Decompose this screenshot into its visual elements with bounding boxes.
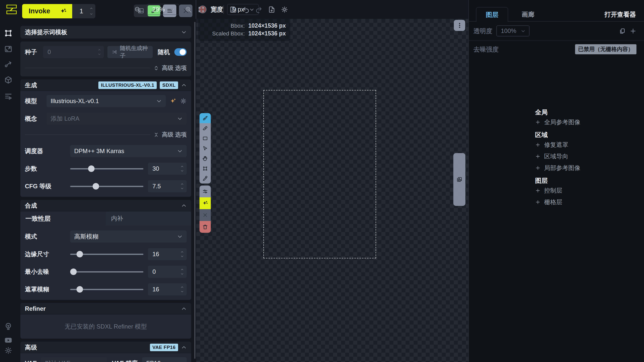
bbox-value: 1024×1536 px bbox=[248, 22, 286, 29]
item-label: 控制层 bbox=[544, 187, 562, 195]
prompt-template-selector[interactable]: 选择提示词模板 bbox=[20, 26, 191, 38]
vae-value: 默认 VAE bbox=[45, 359, 97, 362]
tab-inpaint[interactable]: 内补 bbox=[106, 211, 191, 225]
plus-icon bbox=[535, 199, 541, 205]
nav-workflows-icon[interactable] bbox=[4, 60, 13, 68]
edge-size-input[interactable]: 16 bbox=[148, 248, 187, 260]
rect-tool-button[interactable] bbox=[199, 133, 211, 143]
eraser-tool-button[interactable] bbox=[199, 123, 211, 133]
tab-gallery[interactable]: 画廊 bbox=[517, 7, 539, 22]
nav-upscale-icon[interactable] bbox=[4, 45, 13, 53]
generation-advanced-options[interactable]: 高级 选项 bbox=[25, 131, 187, 139]
vae-precision-select[interactable]: FP16 bbox=[142, 357, 187, 362]
redo-icon[interactable] bbox=[255, 6, 262, 13]
refiner-header[interactable]: Refiner bbox=[20, 303, 191, 314]
mask-blur-input[interactable]: 16 bbox=[148, 283, 187, 295]
colorpicker-tool-button[interactable] bbox=[199, 173, 211, 184]
seed-arrows[interactable] bbox=[97, 46, 101, 58]
pan-tool-button[interactable] bbox=[199, 153, 211, 163]
action-group bbox=[199, 186, 211, 233]
nav-models-icon[interactable] bbox=[4, 76, 13, 84]
settings-gear-icon[interactable] bbox=[4, 346, 12, 354]
add-inpaint-mask[interactable]: 修复遮罩 bbox=[535, 141, 580, 148]
zoom-level-select[interactable]: 29% bbox=[147, 4, 179, 15]
move-tool-button[interactable] bbox=[199, 143, 211, 153]
generation-header[interactable]: 生成 ILLUSTRIOUS-XL-V0.1 SDXL bbox=[20, 79, 191, 91]
scheduler-select[interactable]: DPM++ 3M Karras bbox=[70, 145, 187, 157]
steps-slider[interactable] bbox=[70, 165, 143, 172]
advanced-header[interactable]: 高级 VAE FP16 bbox=[20, 342, 191, 353]
add-regional-guidance[interactable]: 区域导向 bbox=[535, 153, 580, 160]
min-denoise-input[interactable]: 0 bbox=[148, 266, 187, 278]
cfg-slider[interactable] bbox=[70, 183, 143, 190]
compositing-card: 合成 一致性层 内补 模式 高斯模糊 边缘尺寸 bbox=[20, 200, 191, 300]
fit-view-icon[interactable] bbox=[198, 6, 205, 13]
zoom-out-icon[interactable] bbox=[134, 6, 141, 13]
steps-value: 30 bbox=[152, 165, 159, 172]
mode-select[interactable]: 高斯模糊 bbox=[70, 231, 187, 243]
canvas-settings-gear-icon[interactable] bbox=[281, 6, 288, 13]
bbox-icon bbox=[202, 166, 208, 171]
panel-scrollbar[interactable] bbox=[194, 22, 195, 359]
seed-input[interactable]: 0 bbox=[43, 46, 104, 58]
fit-bbox-icon[interactable] bbox=[211, 6, 218, 13]
cfg-arrows[interactable] bbox=[180, 180, 184, 192]
model-sparkle-icon[interactable] bbox=[170, 98, 177, 105]
chevron-down-icon bbox=[180, 169, 184, 172]
seed-advanced-options[interactable]: 高级 选项 bbox=[25, 64, 187, 72]
cancel-region-button[interactable] bbox=[199, 209, 211, 221]
save-icon[interactable] bbox=[230, 6, 237, 13]
undo-icon[interactable] bbox=[243, 6, 250, 13]
sparkles-icon bbox=[202, 200, 208, 206]
open-viewer-button[interactable]: 打开查看器 bbox=[605, 7, 636, 22]
chevron-down-icon bbox=[177, 234, 183, 239]
add-control-layer[interactable]: 控制层 bbox=[535, 187, 580, 194]
model-select[interactable]: Illustrious-XL-v0.1 bbox=[47, 95, 166, 107]
vae-select[interactable]: 默认 VAE bbox=[41, 357, 107, 362]
tab-layers[interactable]: 图层 bbox=[476, 7, 508, 22]
add-global-ref-image[interactable]: 全局参考图像 bbox=[535, 119, 580, 126]
compositing-header[interactable]: 合成 bbox=[20, 200, 191, 211]
shuffle-icon bbox=[112, 49, 117, 55]
duplicate-layer-icon[interactable] bbox=[619, 28, 626, 34]
chevron-up-icon bbox=[180, 183, 184, 186]
denoise-row: 去噪强度 已禁用（无栅格内容） bbox=[469, 41, 644, 58]
chevron-up-icon bbox=[180, 250, 184, 254]
tab-coherence[interactable]: 一致性层 bbox=[20, 211, 106, 225]
invoke-sparkle-button[interactable] bbox=[199, 197, 211, 209]
canvas-context-menu-button[interactable] bbox=[454, 20, 465, 31]
edge-size-slider[interactable] bbox=[70, 251, 143, 257]
iterations-stepper[interactable]: 1 bbox=[72, 4, 95, 18]
model-settings-gear-icon[interactable] bbox=[180, 98, 187, 104]
youtube-icon[interactable] bbox=[4, 336, 13, 344]
mask-blur-slider[interactable] bbox=[70, 286, 143, 293]
add-regional-ref-image[interactable]: 局部参考图像 bbox=[535, 164, 580, 171]
filters-button[interactable] bbox=[199, 186, 211, 197]
bbox-tool-button[interactable] bbox=[199, 163, 211, 173]
randomize-seed-button[interactable]: 随机生成种子 bbox=[107, 46, 153, 58]
nav-canvas-icon[interactable] bbox=[4, 29, 13, 37]
add-raster-layer[interactable]: 栅格层 bbox=[535, 199, 580, 206]
brush-tool-button[interactable] bbox=[199, 113, 211, 123]
chevron-down-icon bbox=[170, 7, 175, 12]
delete-button[interactable] bbox=[199, 221, 211, 233]
add-layer-icon[interactable] bbox=[630, 28, 636, 34]
random-seed-toggle[interactable] bbox=[174, 48, 187, 56]
min-denoise-slider[interactable] bbox=[70, 268, 143, 275]
cfg-input[interactable]: 7.5 bbox=[148, 180, 187, 192]
nav-queue-icon[interactable] bbox=[4, 92, 13, 101]
gallery-drawer-handle[interactable] bbox=[453, 153, 465, 206]
steps-arrows[interactable] bbox=[180, 163, 184, 175]
invoke-button[interactable]: Invoke bbox=[22, 4, 72, 18]
steps-input[interactable]: 30 bbox=[148, 163, 187, 175]
support-lightbulb-icon[interactable] bbox=[4, 322, 13, 331]
new-canvas-icon[interactable] bbox=[268, 6, 275, 13]
zoom-in-icon[interactable] bbox=[185, 6, 192, 13]
item-label: 全局参考图像 bbox=[544, 118, 580, 126]
lora-select[interactable]: 添加 LoRA bbox=[47, 113, 187, 125]
canvas-area[interactable]: Bbox: 1024×1536 px Scaled Bbox: 1024×153… bbox=[196, 19, 468, 362]
iterations-arrows[interactable] bbox=[89, 4, 93, 18]
generation-bbox[interactable] bbox=[263, 90, 376, 258]
opacity-select[interactable]: 100% bbox=[496, 25, 530, 36]
mode-value: 高斯模糊 bbox=[74, 233, 177, 241]
